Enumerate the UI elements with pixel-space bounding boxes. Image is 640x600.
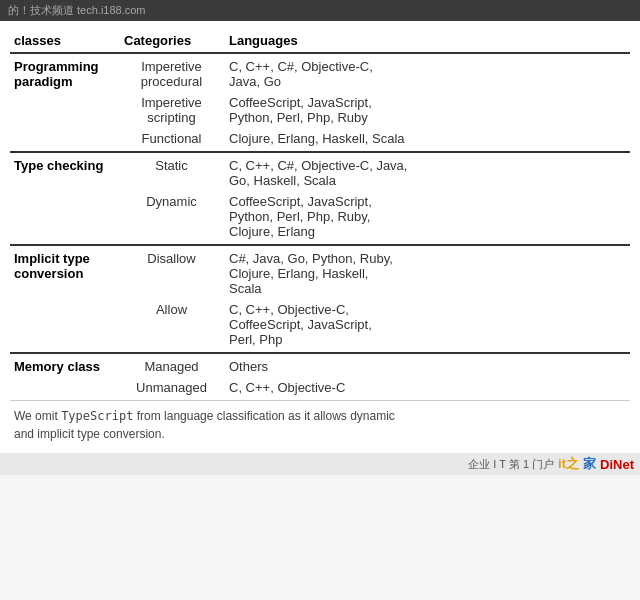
class-cell: Implicit type conversion bbox=[10, 245, 120, 299]
table-row: UnmanagedC, C++, Objective-C bbox=[10, 377, 630, 400]
class-cell bbox=[10, 191, 120, 245]
category-cell: Managed bbox=[120, 353, 225, 377]
brand-dinet: DiNet bbox=[600, 457, 634, 472]
table-row: Imperetive scriptingCoffeeScript, JavaSc… bbox=[10, 92, 630, 128]
table-row: Programming paradigmImperetive procedura… bbox=[10, 53, 630, 92]
class-cell bbox=[10, 299, 120, 353]
classification-table: classes Categories Languages Programming… bbox=[10, 29, 630, 400]
class-cell bbox=[10, 128, 120, 152]
category-cell: Disallow bbox=[120, 245, 225, 299]
table-row: DynamicCoffeeScript, JavaScript, Python,… bbox=[10, 191, 630, 245]
brand-jia: 家 bbox=[583, 455, 596, 473]
class-cell: Type checking bbox=[10, 152, 120, 191]
table-row: Implicit type conversionDisallowC#, Java… bbox=[10, 245, 630, 299]
language-cell: C, C++, C#, Objective-C, Java, Go bbox=[225, 53, 630, 92]
language-cell: C, C++, Objective-C bbox=[225, 377, 630, 400]
table-row: Memory classManagedOthers bbox=[10, 353, 630, 377]
category-cell: Static bbox=[120, 152, 225, 191]
footer-text3: and implicit type conversion. bbox=[14, 427, 165, 441]
header-classes: classes bbox=[10, 29, 120, 53]
class-cell: Memory class bbox=[10, 353, 120, 377]
topbar-text: 的！技术频道 tech.i188.com bbox=[8, 3, 146, 18]
language-cell: C#, Java, Go, Python, Ruby, Clojure, Erl… bbox=[225, 245, 630, 299]
category-cell: Functional bbox=[120, 128, 225, 152]
category-cell: Allow bbox=[120, 299, 225, 353]
footer-text2: from language classification as it allow… bbox=[133, 409, 394, 423]
table-row: FunctionalClojure, Erlang, Haskell, Scal… bbox=[10, 128, 630, 152]
table-header-row: classes Categories Languages bbox=[10, 29, 630, 53]
footer-text1: We omit bbox=[14, 409, 61, 423]
watermark-bar: 企业 I T 第 1 门户 it之家 DiNet bbox=[0, 453, 640, 475]
class-cell bbox=[10, 377, 120, 400]
footer-note: We omit TypeScript from language classif… bbox=[10, 400, 630, 447]
language-cell: CoffeeScript, JavaScript, Python, Perl, … bbox=[225, 191, 630, 245]
table-row: AllowC, C++, Objective-C, CoffeeScript, … bbox=[10, 299, 630, 353]
language-cell: CoffeeScript, JavaScript, Python, Perl, … bbox=[225, 92, 630, 128]
content-area: classes Categories Languages Programming… bbox=[0, 21, 640, 453]
language-cell: Clojure, Erlang, Haskell, Scala bbox=[225, 128, 630, 152]
language-cell: C, C++, C#, Objective-C, Java, Go, Haske… bbox=[225, 152, 630, 191]
header-languages: Languages bbox=[225, 29, 630, 53]
top-bar: 的！技术频道 tech.i188.com bbox=[0, 0, 640, 21]
enterprise-label: 企业 I T 第 1 门户 bbox=[468, 457, 554, 472]
header-categories: Categories bbox=[120, 29, 225, 53]
language-cell: C, C++, Objective-C, CoffeeScript, JavaS… bbox=[225, 299, 630, 353]
category-cell: Imperetive procedural bbox=[120, 53, 225, 92]
class-cell bbox=[10, 92, 120, 128]
category-cell: Imperetive scripting bbox=[120, 92, 225, 128]
category-cell: Unmanaged bbox=[120, 377, 225, 400]
table-row: Type checkingStaticC, C++, C#, Objective… bbox=[10, 152, 630, 191]
language-cell: Others bbox=[225, 353, 630, 377]
brand-it: it之 bbox=[558, 455, 579, 473]
category-cell: Dynamic bbox=[120, 191, 225, 245]
class-cell: Programming paradigm bbox=[10, 53, 120, 92]
footer-code: TypeScript bbox=[61, 409, 133, 423]
